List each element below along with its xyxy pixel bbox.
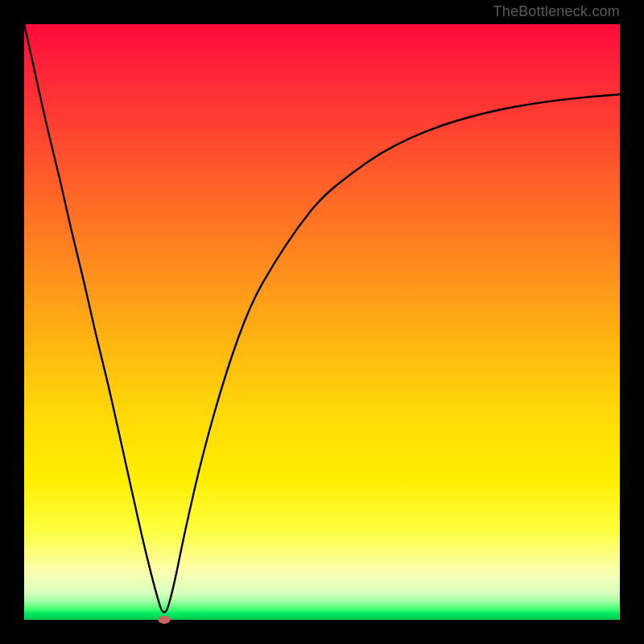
bottleneck-curve	[24, 24, 620, 613]
attribution-text: TheBottleneck.com	[493, 3, 620, 20]
minimum-marker	[158, 616, 170, 624]
chart-frame: TheBottleneck.com	[0, 0, 644, 644]
plot-area	[24, 24, 620, 620]
curve-svg	[24, 24, 620, 620]
